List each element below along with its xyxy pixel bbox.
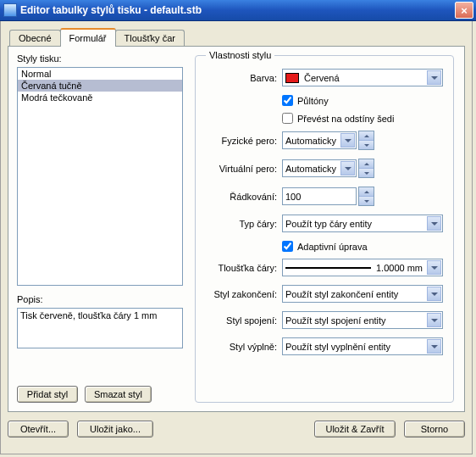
desc-textbox[interactable]: Tisk červeně, tloušťka čáry 1 mm: [17, 308, 183, 348]
list-item[interactable]: Červaná tučně: [18, 80, 182, 92]
chevron-down-icon: [340, 133, 355, 148]
bottom-bar: Otevřít... Uložit jako... Uložit & Zavří…: [8, 421, 465, 437]
add-style-button[interactable]: Přidat styl: [17, 386, 78, 403]
app-icon: [3, 3, 17, 17]
join-value: Použít styl spojení entity: [285, 315, 386, 326]
spinner-down-icon[interactable]: [359, 169, 374, 177]
delete-style-button[interactable]: Smazat styl: [85, 386, 152, 403]
linetype-label: Typ čáry:: [206, 219, 282, 229]
halftone-checkbox-input[interactable]: [282, 95, 293, 106]
join-combo[interactable]: Použít styl spojení entity: [282, 311, 443, 329]
cancel-button[interactable]: Storno: [404, 421, 465, 437]
tab-general[interactable]: Obecné: [9, 30, 61, 46]
endcap-label: Styl zakončení:: [206, 289, 282, 299]
list-item[interactable]: Normal: [18, 68, 182, 80]
save-close-button[interactable]: Uložit & Zavřít: [314, 421, 396, 437]
linetype-combo[interactable]: Použít typ čáry entity: [282, 215, 443, 232]
halftone-checkbox[interactable]: Půltóny: [282, 95, 443, 106]
chevron-down-icon: [427, 313, 441, 327]
join-label: Styl spojení:: [206, 315, 282, 326]
desc-label: Popis:: [17, 294, 183, 304]
chevron-down-icon: [427, 260, 441, 275]
title-bar: Editor tabulky stylů tisku - default.stb…: [0, 0, 476, 21]
linewidth-value: 1.0000 mm: [376, 263, 423, 273]
spinner-down-icon[interactable]: [359, 141, 374, 149]
color-value: Červená: [304, 73, 340, 83]
color-label: Barva:: [206, 73, 282, 83]
color-combo[interactable]: Červená: [282, 69, 443, 86]
fill-value: Použít styl vyplnění entity: [285, 342, 390, 352]
fill-combo[interactable]: Použít styl vyplnění entity: [282, 337, 443, 355]
linespacing-label: Řádkování:: [206, 192, 282, 202]
chevron-down-icon: [340, 161, 355, 176]
open-button[interactable]: Otevřít...: [8, 421, 69, 437]
grayscale-checkbox-input[interactable]: [282, 113, 293, 124]
chevron-down-icon: [427, 216, 441, 231]
phys-pen-spinner[interactable]: [358, 131, 374, 150]
adaptive-checkbox[interactable]: Adaptivní úprava: [282, 241, 443, 252]
phys-pen-label: Fyzické pero:: [206, 136, 282, 146]
window-title: Editor tabulky stylů tisku - default.stb: [20, 4, 455, 16]
endcap-combo[interactable]: Použít styl zakončení entity: [282, 285, 443, 303]
phys-pen-combo[interactable]: Automaticky: [282, 131, 357, 149]
virt-pen-combo[interactable]: Automaticky: [282, 159, 357, 177]
grayscale-label: Převést na odstíny šedi: [297, 114, 394, 124]
spinner-up-icon[interactable]: [359, 131, 374, 141]
properties-legend: Vlastnosti stylu: [206, 50, 274, 60]
endcap-value: Použít styl zakončení entity: [285, 289, 398, 299]
desc-value: Tisk červeně, tloušťka čáry 1 mm: [20, 310, 157, 320]
style-listbox[interactable]: Normal Červaná tučně Modrá tečkovaně: [17, 67, 183, 286]
styles-label: Styly tisku:: [17, 53, 183, 64]
halftone-label: Půltóny: [297, 96, 329, 106]
spinner-down-icon[interactable]: [359, 197, 374, 205]
save-as-button[interactable]: Uložit jako...: [77, 421, 153, 437]
color-swatch: [285, 73, 299, 83]
chevron-down-icon: [427, 339, 441, 354]
tab-strip: Obecné Formulář Tloušťky čar: [9, 27, 465, 46]
linewidth-combo[interactable]: 1.0000 mm: [282, 259, 443, 276]
virt-pen-value: Automaticky: [285, 164, 336, 174]
spinner-up-icon[interactable]: [359, 159, 374, 169]
tab-form[interactable]: Formulář: [60, 28, 116, 47]
phys-pen-value: Automaticky: [285, 136, 336, 146]
left-column: Styly tisku: Normal Červaná tučně Modrá …: [17, 53, 183, 403]
adaptive-label: Adaptivní úprava: [297, 242, 368, 252]
linespacing-input[interactable]: 100: [282, 187, 357, 205]
close-button[interactable]: ×: [455, 2, 473, 19]
virt-pen-label: Virtuální pero:: [206, 164, 282, 174]
linespacing-value: 100: [285, 192, 301, 202]
tab-page-form: Styly tisku: Normal Červaná tučně Modrá …: [8, 46, 465, 412]
properties-group: Vlastnosti stylu Barva: Červená Půltóny …: [195, 50, 454, 403]
virt-pen-spinner[interactable]: [358, 159, 374, 178]
fill-label: Styl výplně:: [206, 342, 282, 352]
linespacing-spinner[interactable]: [358, 187, 374, 206]
tab-lineweights[interactable]: Tloušťky čar: [115, 30, 185, 46]
spinner-up-icon[interactable]: [359, 187, 374, 197]
adaptive-checkbox-input[interactable]: [282, 241, 293, 252]
linetype-value: Použít typ čáry entity: [285, 219, 372, 229]
linewidth-preview: [285, 267, 371, 269]
client-area: Obecné Formulář Tloušťky čar Styly tisku…: [0, 21, 473, 454]
grayscale-checkbox[interactable]: Převést na odstíny šedi: [282, 113, 443, 124]
list-item[interactable]: Modrá tečkovaně: [18, 92, 182, 103]
chevron-down-icon: [427, 70, 441, 85]
linewidth-label: Tloušťka čáry:: [206, 263, 282, 273]
chevron-down-icon: [427, 287, 441, 301]
